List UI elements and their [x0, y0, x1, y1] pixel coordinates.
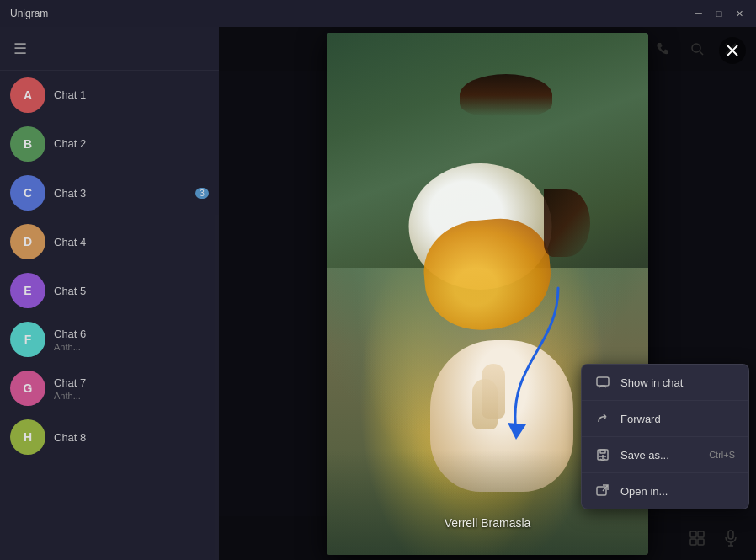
maximize-button[interactable]: □ [712, 7, 726, 20]
show-in-chat-menu-item[interactable]: Show in chat [582, 365, 748, 401]
avatar: A [10, 77, 45, 113]
list-item[interactable]: A Chat 1 [0, 71, 219, 120]
chat-preview: Anth... [54, 342, 209, 352]
open-in-icon [595, 483, 610, 499]
avatar: G [10, 371, 45, 406]
chat-info: Chat 2 [54, 137, 209, 152]
list-item[interactable]: G Chat 7 Anth... [0, 364, 219, 413]
chat-name: Chat 6 [54, 328, 209, 340]
window-controls: ─ □ ✕ [692, 7, 746, 20]
save-as-shortcut: Ctrl+S [709, 450, 735, 460]
main-area: Verrell Bramasla [219, 27, 756, 560]
chat-name: Chat 5 [54, 285, 209, 297]
avatar: B [10, 126, 45, 162]
forward-menu-item[interactable]: Forward [582, 401, 748, 437]
media-watermark: Verrell Bramasla [445, 516, 531, 530]
chat-info: Chat 6 Anth... [54, 328, 209, 352]
chat-info: Chat 3 [54, 187, 187, 200]
unread-badge: 3 [195, 188, 209, 199]
chat-info: Chat 1 [54, 88, 200, 103]
avatar: E [10, 273, 45, 308]
forward-icon [595, 411, 610, 426]
minimize-button[interactable]: ─ [692, 7, 705, 20]
avatar: H [10, 419, 45, 455]
list-item[interactable]: D Chat 4 [0, 217, 219, 266]
media-close-button[interactable] [719, 37, 746, 64]
app-layout: ☰ A Chat 1 B Chat 2 [0, 27, 756, 560]
avatar: D [10, 224, 45, 259]
chat-list: A Chat 1 B Chat 2 C Chat 3 [0, 71, 219, 560]
titlebar: Unigram ─ □ ✕ [0, 0, 756, 27]
list-item[interactable]: C Chat 3 3 [0, 168, 219, 217]
context-menu: Show in chat Forward Sav [581, 364, 749, 509]
sidebar-header: ☰ [0, 27, 219, 71]
chat-name: Chat 8 [54, 431, 209, 444]
save-as-icon [595, 447, 610, 462]
chat-name: Chat 7 [54, 376, 209, 389]
blue-arrow [491, 280, 575, 448]
chat-preview: Anth... [54, 391, 209, 401]
chat-info: Chat 4 [54, 236, 209, 248]
avatar: F [10, 322, 45, 357]
show-in-chat-label: Show in chat [620, 376, 735, 389]
chat-meta: 3 [195, 188, 209, 199]
forward-label: Forward [620, 413, 735, 425]
save-as-label: Save as... [620, 449, 699, 461]
chat-name: Chat 2 [54, 137, 209, 150]
avatar: C [10, 175, 45, 211]
list-item[interactable]: F Chat 6 Anth... [0, 315, 219, 364]
open-in-menu-item[interactable]: Open in... [582, 473, 748, 509]
sidebar: ☰ A Chat 1 B Chat 2 [0, 27, 219, 560]
chat-name: Chat 3 [54, 187, 187, 200]
svg-marker-8 [508, 423, 526, 440]
list-item[interactable]: E Chat 5 [0, 266, 219, 315]
open-in-label: Open in... [620, 485, 735, 498]
svg-rect-11 [600, 450, 605, 453]
chat-name: Chat 4 [54, 236, 209, 248]
svg-rect-9 [597, 377, 609, 386]
chat-info: Chat 7 Anth... [54, 376, 209, 401]
list-item[interactable]: B Chat 2 [0, 120, 219, 168]
hamburger-menu-icon[interactable]: ☰ [13, 40, 27, 58]
close-button[interactable]: ✕ [732, 7, 746, 20]
chat-info: Chat 5 [54, 285, 209, 297]
save-as-menu-item[interactable]: Save as... Ctrl+S [582, 437, 748, 473]
app-title: Unigram [10, 8, 48, 19]
show-in-chat-icon [595, 375, 610, 390]
chat-name: Chat 1 [54, 88, 200, 101]
list-item[interactable]: H Chat 8 [0, 413, 219, 461]
chat-info: Chat 8 [54, 431, 209, 444]
